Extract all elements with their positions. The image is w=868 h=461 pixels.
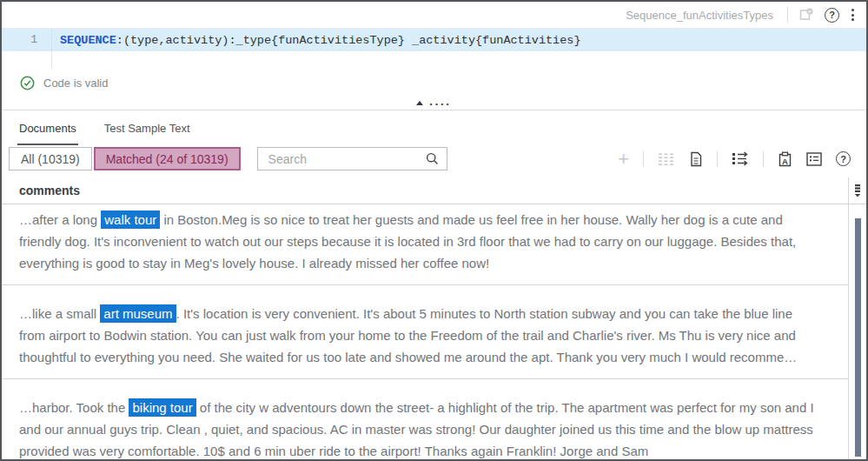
document-view-icon[interactable] (689, 151, 703, 167)
svg-text:A: A (782, 156, 788, 165)
search-input[interactable] (268, 152, 426, 166)
clipboard-text-icon[interactable]: A (778, 151, 792, 167)
record-view-icon[interactable] (806, 152, 822, 166)
match-highlight: walk tour (101, 210, 160, 229)
rule-editor-window: Sequence_funActivitiesTypes ? 1 SEQUENCE… (0, 0, 868, 461)
documents-grid: comments …after a long walk tour in Bost… (2, 177, 866, 459)
chevron-up-icon (416, 101, 423, 105)
scrollbar-column (848, 177, 866, 459)
match-highlight: biking tour (129, 398, 195, 417)
column-header-comments[interactable]: comments (2, 177, 848, 204)
code-line[interactable]: 1 SEQUENCE:(type,activity):_type{funActi… (2, 29, 866, 51)
valid-check-icon (20, 76, 35, 90)
filter-all-button[interactable]: All (10319) (9, 147, 92, 170)
add-icon[interactable]: + (618, 151, 629, 167)
help-icon[interactable]: ? (825, 8, 839, 23)
save-icon[interactable] (798, 7, 814, 23)
vertical-scrollbar-thumb[interactable] (855, 218, 861, 457)
grid-content: comments …after a long walk tour in Bost… (2, 177, 848, 459)
code-body: :(type,activity):_type{funActivitiesType… (116, 34, 581, 47)
documents-toolbar: All (10319) Matched (24 of 10319) + (2, 145, 866, 177)
code-text: SEQUENCE:(type,activity):_type{funActivi… (52, 34, 581, 47)
overflow-menu-icon[interactable] (850, 7, 856, 23)
list-arrows-icon[interactable] (732, 151, 749, 166)
code-keyword: SEQUENCE (60, 34, 116, 47)
table-row[interactable]: …harbor. Took the biking tour of the cit… (2, 379, 848, 459)
search-box (257, 147, 447, 170)
row-text: …after a long (19, 212, 101, 227)
rule-title: Sequence_funActivitiesTypes (626, 9, 773, 22)
collapse-handle[interactable]: ···· (2, 97, 866, 110)
tab-documents[interactable]: Documents (17, 122, 78, 145)
grid-view-icon[interactable] (658, 152, 675, 166)
code-line-empty[interactable] (2, 51, 866, 69)
tab-bar: Documents Test Sample Text (2, 110, 866, 145)
help-icon-toolbar[interactable]: ? (836, 151, 851, 166)
code-editor: 1 SEQUENCE:(type,activity):_type{funActi… (2, 29, 866, 69)
filter-matched-button[interactable]: Matched (24 of 10319) (94, 147, 241, 170)
match-highlight: art museum (100, 304, 176, 323)
drag-dots-icon: ···· (429, 101, 451, 108)
topbar-divider (787, 7, 788, 23)
column-filter-icon[interactable] (853, 184, 862, 198)
row-text: …harbor. Took the (19, 400, 129, 415)
validation-bar: Code is valid (2, 69, 866, 97)
table-row[interactable]: …like a small art museum. It's location … (2, 285, 848, 379)
row-text: …like a small (19, 306, 100, 321)
document-rows: …after a long walk tour in Boston.Meg is… (2, 204, 848, 459)
table-row[interactable]: …after a long walk tour in Boston.Meg is… (2, 204, 848, 285)
topbar: Sequence_funActivitiesTypes ? (2, 2, 866, 29)
tab-test-sample-text[interactable]: Test Sample Text (103, 122, 192, 145)
toolbar-icons: + (618, 151, 854, 167)
validation-message: Code is valid (43, 77, 108, 90)
search-icon[interactable] (426, 152, 439, 165)
line-number: 1 (2, 29, 52, 51)
